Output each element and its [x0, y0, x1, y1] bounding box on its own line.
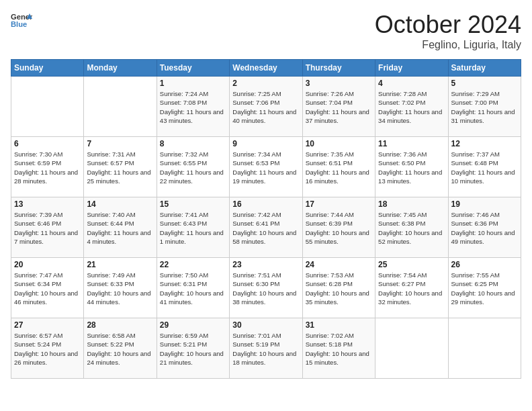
day-number: 13: [14, 199, 81, 209]
calendar-cell: 7Sunrise: 7:31 AMSunset: 6:57 PMDaylight…: [84, 137, 157, 197]
day-number: 2: [232, 79, 299, 88]
week-row-4: 20Sunrise: 7:47 AMSunset: 6:34 PMDayligh…: [11, 258, 521, 318]
day-number: 25: [378, 260, 445, 269]
day-info: Sunrise: 7:50 AMSunset: 6:31 PMDaylight:…: [160, 271, 226, 306]
calendar-cell: 30Sunrise: 7:01 AMSunset: 5:19 PMDayligh…: [230, 318, 302, 379]
day-number: 26: [451, 260, 518, 269]
day-header-saturday: Saturday: [448, 60, 521, 77]
calendar-cell: 12Sunrise: 7:37 AMSunset: 6:48 PMDayligh…: [448, 137, 521, 197]
calendar-cell: 3Sunrise: 7:26 AMSunset: 7:04 PMDaylight…: [302, 77, 375, 137]
week-row-1: 1Sunrise: 7:24 AMSunset: 7:08 PMDaylight…: [11, 77, 521, 137]
day-number: 7: [87, 139, 153, 148]
calendar-cell: [448, 318, 521, 379]
day-info: Sunrise: 6:59 AMSunset: 5:21 PMDaylight:…: [160, 331, 226, 367]
day-number: 3: [306, 79, 372, 88]
week-row-5: 27Sunrise: 6:57 AMSunset: 5:24 PMDayligh…: [11, 318, 521, 379]
calendar-cell: 17Sunrise: 7:44 AMSunset: 6:39 PMDayligh…: [302, 197, 375, 258]
svg-text:Blue: Blue: [11, 20, 27, 28]
page-header: General Blue October 2024 Feglino, Ligur…: [11, 11, 521, 51]
day-number: 21: [87, 260, 153, 269]
day-number: 12: [451, 139, 518, 148]
day-info: Sunrise: 7:55 AMSunset: 6:25 PMDaylight:…: [451, 271, 518, 306]
day-number: 24: [306, 260, 372, 269]
day-number: 22: [160, 260, 226, 269]
day-number: 1: [160, 79, 226, 88]
day-number: 15: [160, 199, 226, 209]
day-header-tuesday: Tuesday: [157, 60, 229, 77]
day-info: Sunrise: 7:02 AMSunset: 5:18 PMDaylight:…: [306, 331, 372, 367]
location: Feglino, Liguria, Italy: [375, 39, 521, 51]
calendar-cell: 4Sunrise: 7:28 AMSunset: 7:02 PMDaylight…: [375, 77, 448, 137]
calendar-cell: 13Sunrise: 7:39 AMSunset: 6:46 PMDayligh…: [11, 197, 84, 258]
day-info: Sunrise: 7:54 AMSunset: 6:27 PMDaylight:…: [378, 271, 445, 306]
day-number: 8: [160, 139, 226, 148]
title-block: October 2024 Feglino, Liguria, Italy: [375, 11, 521, 51]
day-info: Sunrise: 7:01 AMSunset: 5:19 PMDaylight:…: [232, 331, 299, 367]
day-header-friday: Friday: [375, 60, 448, 77]
day-number: 16: [232, 199, 299, 209]
week-row-2: 6Sunrise: 7:30 AMSunset: 6:59 PMDaylight…: [11, 137, 521, 197]
day-number: 5: [451, 79, 518, 88]
day-number: 18: [378, 199, 445, 209]
calendar-cell: 8Sunrise: 7:32 AMSunset: 6:55 PMDaylight…: [157, 137, 229, 197]
day-number: 29: [160, 320, 226, 330]
calendar-cell: 5Sunrise: 7:29 AMSunset: 7:00 PMDaylight…: [448, 77, 521, 137]
calendar-table: SundayMondayTuesdayWednesdayThursdayFrid…: [11, 59, 521, 379]
day-number: 9: [232, 139, 299, 148]
calendar-cell: 26Sunrise: 7:55 AMSunset: 6:25 PMDayligh…: [448, 258, 521, 318]
calendar-cell: 25Sunrise: 7:54 AMSunset: 6:27 PMDayligh…: [375, 258, 448, 318]
day-number: 31: [306, 320, 372, 330]
calendar-cell: 19Sunrise: 7:46 AMSunset: 6:36 PMDayligh…: [448, 197, 521, 258]
day-number: 19: [451, 199, 518, 209]
day-info: Sunrise: 7:31 AMSunset: 6:57 PMDaylight:…: [87, 150, 153, 185]
day-info: Sunrise: 7:29 AMSunset: 7:00 PMDaylight:…: [451, 89, 518, 125]
day-header-sunday: Sunday: [11, 60, 84, 77]
day-info: Sunrise: 7:25 AMSunset: 7:06 PMDaylight:…: [232, 89, 299, 125]
day-number: 6: [14, 139, 81, 148]
day-info: Sunrise: 7:41 AMSunset: 6:43 PMDaylight:…: [160, 210, 226, 246]
calendar-cell: 9Sunrise: 7:34 AMSunset: 6:53 PMDaylight…: [230, 137, 302, 197]
day-info: Sunrise: 7:42 AMSunset: 6:41 PMDaylight:…: [232, 210, 299, 246]
calendar-cell: 29Sunrise: 6:59 AMSunset: 5:21 PMDayligh…: [157, 318, 229, 379]
calendar-cell: 23Sunrise: 7:51 AMSunset: 6:30 PMDayligh…: [230, 258, 302, 318]
calendar-cell: 11Sunrise: 7:36 AMSunset: 6:50 PMDayligh…: [375, 137, 448, 197]
day-number: 17: [306, 199, 372, 209]
calendar-cell: 31Sunrise: 7:02 AMSunset: 5:18 PMDayligh…: [302, 318, 375, 379]
day-number: 23: [232, 260, 299, 269]
day-info: Sunrise: 7:26 AMSunset: 7:04 PMDaylight:…: [306, 89, 372, 125]
day-info: Sunrise: 7:44 AMSunset: 6:39 PMDaylight:…: [306, 210, 372, 246]
calendar-cell: 18Sunrise: 7:45 AMSunset: 6:38 PMDayligh…: [375, 197, 448, 258]
header-row: SundayMondayTuesdayWednesdayThursdayFrid…: [11, 60, 521, 77]
day-info: Sunrise: 7:37 AMSunset: 6:48 PMDaylight:…: [451, 150, 518, 185]
day-info: Sunrise: 7:45 AMSunset: 6:38 PMDaylight:…: [378, 210, 445, 246]
day-number: 11: [378, 139, 445, 148]
day-info: Sunrise: 6:57 AMSunset: 5:24 PMDaylight:…: [14, 331, 81, 367]
calendar-cell: 21Sunrise: 7:49 AMSunset: 6:33 PMDayligh…: [84, 258, 157, 318]
day-info: Sunrise: 7:49 AMSunset: 6:33 PMDaylight:…: [87, 271, 153, 306]
calendar-cell: 15Sunrise: 7:41 AMSunset: 6:43 PMDayligh…: [157, 197, 229, 258]
day-header-monday: Monday: [84, 60, 157, 77]
day-info: Sunrise: 7:28 AMSunset: 7:02 PMDaylight:…: [378, 89, 445, 125]
calendar-cell: 6Sunrise: 7:30 AMSunset: 6:59 PMDaylight…: [11, 137, 84, 197]
day-number: 28: [87, 320, 153, 330]
day-info: Sunrise: 7:32 AMSunset: 6:55 PMDaylight:…: [160, 150, 226, 185]
day-number: 14: [87, 199, 153, 209]
day-info: Sunrise: 7:35 AMSunset: 6:51 PMDaylight:…: [306, 150, 372, 185]
day-info: Sunrise: 7:24 AMSunset: 7:08 PMDaylight:…: [160, 89, 226, 125]
day-info: Sunrise: 7:39 AMSunset: 6:46 PMDaylight:…: [14, 210, 81, 246]
day-info: Sunrise: 7:46 AMSunset: 6:36 PMDaylight:…: [451, 210, 518, 246]
calendar-cell: 27Sunrise: 6:57 AMSunset: 5:24 PMDayligh…: [11, 318, 84, 379]
calendar-cell: 2Sunrise: 7:25 AMSunset: 7:06 PMDaylight…: [230, 77, 302, 137]
calendar-cell: 14Sunrise: 7:40 AMSunset: 6:44 PMDayligh…: [84, 197, 157, 258]
calendar-cell: 20Sunrise: 7:47 AMSunset: 6:34 PMDayligh…: [11, 258, 84, 318]
day-info: Sunrise: 7:51 AMSunset: 6:30 PMDaylight:…: [232, 271, 299, 306]
day-number: 20: [14, 260, 81, 269]
day-header-thursday: Thursday: [302, 60, 375, 77]
calendar-cell: [84, 77, 157, 137]
day-number: 30: [232, 320, 299, 330]
calendar-cell: 10Sunrise: 7:35 AMSunset: 6:51 PMDayligh…: [302, 137, 375, 197]
day-info: Sunrise: 7:40 AMSunset: 6:44 PMDaylight:…: [87, 210, 153, 246]
logo-icon: General Blue: [11, 11, 32, 30]
day-info: Sunrise: 7:36 AMSunset: 6:50 PMDaylight:…: [378, 150, 445, 185]
day-info: Sunrise: 7:47 AMSunset: 6:34 PMDaylight:…: [14, 271, 81, 306]
